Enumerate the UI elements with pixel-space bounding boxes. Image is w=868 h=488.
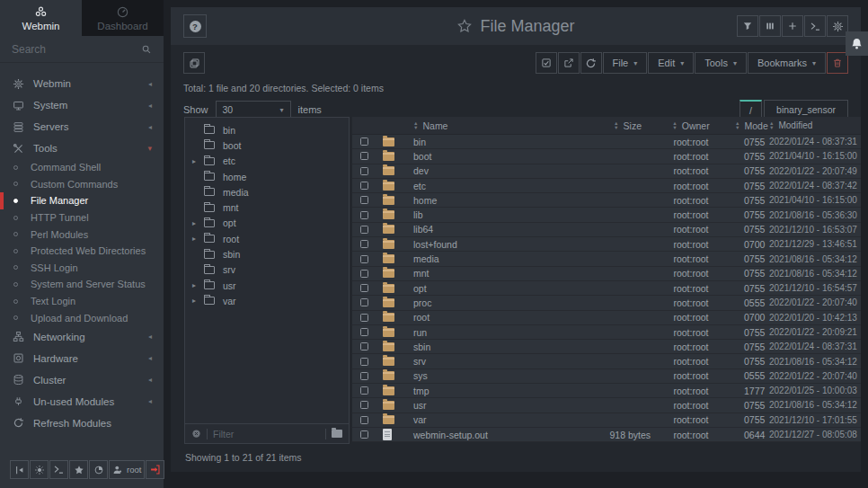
user-menu-button[interactable]: root (109, 460, 145, 479)
row-checkbox[interactable] (352, 208, 376, 221)
column-header-owner[interactable]: ▲▼ Owner (658, 117, 724, 134)
sidebar-category-webmin[interactable]: Webmin◂ (0, 73, 164, 94)
column-header-size[interactable]: ▲▼ Size (577, 117, 658, 134)
tree-expand-icon[interactable]: ▸ (192, 219, 204, 227)
collapse-sidebar-button[interactable] (10, 460, 29, 479)
row-checkbox[interactable] (352, 149, 376, 163)
page-size-select[interactable]: 30 ▾ (216, 101, 291, 119)
sidebar-category-networking[interactable]: Networking◂ (0, 326, 164, 348)
help-button[interactable]: ? (183, 14, 207, 38)
notifications-button[interactable] (846, 31, 868, 56)
file-name[interactable]: tmp (406, 384, 577, 397)
file-name[interactable]: usr (406, 398, 577, 412)
search-icon[interactable] (141, 44, 152, 55)
tree-item-opt[interactable]: ▸opt (185, 216, 349, 231)
tree-expand-icon[interactable]: ▸ (192, 235, 204, 243)
row-checkbox[interactable] (352, 296, 376, 309)
file-name[interactable]: proc (406, 296, 577, 309)
row-checkbox[interactable] (352, 369, 376, 383)
new-tab-button[interactable] (183, 52, 205, 74)
table-row-dev[interactable]: devroot:root07552022/01/22 - 20:07:49 (352, 164, 861, 179)
tree-item-usr[interactable]: ▸usr (185, 278, 349, 293)
file-name[interactable]: dev (406, 164, 577, 178)
tree-item-srv[interactable]: srv (185, 262, 349, 278)
column-header-modified[interactable]: ▲▼ Modified (769, 117, 861, 134)
table-row-mnt[interactable]: mntroot:root07552021/08/16 - 05:34:12 (352, 267, 861, 281)
table-row-bin[interactable]: binroot:root07552022/01/24 - 08:37:31 (352, 135, 861, 149)
table-row-lib[interactable]: libroot:root07552021/08/16 - 05:36:30 (352, 208, 861, 222)
row-checkbox[interactable] (352, 267, 376, 280)
file-name[interactable]: etc (406, 179, 577, 192)
tree-item-root[interactable]: ▸root (185, 231, 349, 246)
file-name[interactable]: bin (406, 135, 577, 148)
tree-expand-icon[interactable]: ▸ (192, 157, 204, 165)
file-name[interactable]: lost+found (406, 237, 577, 251)
sidebar-item-protected-web-directories[interactable]: Protected Web Directories (0, 243, 164, 260)
file-name[interactable]: lib (406, 208, 577, 221)
file-name[interactable]: webmin-setup.out (406, 428, 577, 441)
table-row-run[interactable]: runroot:root07552022/01/22 - 20:09:21 (352, 325, 861, 340)
favorites-button[interactable] (69, 460, 88, 479)
file-name[interactable]: var (406, 413, 577, 427)
filter-button[interactable] (737, 15, 758, 37)
sidebar-item-custom-commands[interactable]: Custom Commands (0, 176, 164, 193)
table-row-opt[interactable]: optroot:root07552021/12/10 - 16:54:57 (352, 281, 861, 296)
sidebar-category-hardware[interactable]: Hardware◂ (0, 348, 164, 369)
row-checkbox[interactable] (352, 193, 376, 207)
tree-item-boot[interactable]: boot (185, 138, 349, 153)
sidebar-category-system[interactable]: System◂ (0, 94, 164, 116)
column-header-name[interactable]: ▲▼ Name (406, 117, 577, 134)
tree-item-home[interactable]: home (185, 169, 349, 184)
sidebar-search-input[interactable]: Search (0, 36, 164, 63)
row-checkbox[interactable] (352, 311, 376, 324)
tree-expand-icon[interactable]: ▸ (192, 297, 204, 305)
tree-filter-input[interactable]: Filter (185, 423, 349, 443)
sidebar-item-ssh-login[interactable]: SSH Login (0, 260, 164, 277)
file-name[interactable]: sys (406, 369, 577, 383)
column-header-mode[interactable]: ▲▼ Mode (724, 117, 769, 134)
sidebar-category-servers[interactable]: Servers◂ (0, 116, 164, 138)
row-checkbox[interactable] (352, 164, 376, 178)
tree-item-sbin[interactable]: sbin (185, 246, 349, 262)
add-button[interactable] (782, 15, 803, 37)
table-row-tmp[interactable]: tmproot:root17772022/01/25 - 10:00:03 (352, 384, 861, 398)
table-row-proc[interactable]: procroot:root05552022/01/22 - 20:07:40 (352, 296, 861, 310)
table-row-webmin-setup-out[interactable]: webmin-setup.out918 bytesroot:root064420… (352, 428, 861, 442)
row-checkbox[interactable] (352, 340, 376, 353)
shell-button[interactable] (49, 460, 68, 479)
menu-bookmarks-button[interactable]: Bookmarks▾ (748, 52, 826, 74)
menu-edit-button[interactable]: Edit▾ (648, 52, 694, 74)
tree-item-mnt[interactable]: mnt (185, 200, 349, 215)
sidebar-item-command-shell[interactable]: Command Shell (0, 159, 164, 176)
sidebar-item-perl-modules[interactable]: Perl Modules (0, 226, 164, 243)
file-name[interactable]: media (406, 252, 577, 265)
sidebar-item-upload-and-download[interactable]: Upload and Download (0, 309, 164, 326)
table-row-srv[interactable]: srvroot:root07552021/08/16 - 05:34:12 (352, 354, 861, 368)
file-name[interactable]: home (406, 193, 577, 207)
tree-item-etc[interactable]: ▸etc (185, 154, 349, 169)
tree-item-var[interactable]: ▸var (185, 293, 349, 308)
folder-icon[interactable] (332, 430, 342, 438)
tree-item-bin[interactable]: bin (185, 122, 349, 138)
sidebar-category-cluster[interactable]: Cluster◂ (0, 369, 164, 391)
sidebar-item-system-and-server-status[interactable]: System and Server Status (0, 276, 164, 293)
menu-file-button[interactable]: File▾ (603, 52, 648, 74)
file-name[interactable]: opt (406, 281, 577, 295)
menu-tools-button[interactable]: Tools▾ (695, 52, 747, 74)
table-row-sbin[interactable]: sbinroot:root07552022/01/24 - 08:37:31 (352, 340, 861, 354)
row-checkbox[interactable] (352, 237, 376, 251)
logout-button[interactable] (146, 460, 164, 479)
table-row-var[interactable]: varroot:root07552021/12/10 - 17:01:55 (352, 413, 861, 428)
table-row-boot[interactable]: bootroot:root07552021/04/10 - 16:15:00 (352, 149, 861, 164)
table-row-media[interactable]: mediaroot:root07552021/08/16 - 05:34:12 (352, 252, 861, 266)
row-checkbox[interactable] (352, 223, 376, 236)
file-name[interactable]: run (406, 325, 577, 339)
row-checkbox[interactable] (352, 354, 376, 368)
table-row-root[interactable]: rootroot:root07002022/01/20 - 10:42:13 (352, 311, 861, 325)
sidebar-category-un-used-modules[interactable]: Un-used Modules◂ (0, 391, 164, 413)
table-row-lib64[interactable]: lib64root:root07552021/12/10 - 16:53:07 (352, 223, 861, 237)
tab-webmin[interactable]: Webmin (0, 0, 82, 36)
table-row-etc[interactable]: etcroot:root07552022/01/24 - 08:37:42 (352, 179, 861, 193)
sidebar-item-http-tunnel[interactable]: HTTP Tunnel (0, 209, 164, 226)
clear-filter-icon[interactable] (191, 429, 201, 439)
